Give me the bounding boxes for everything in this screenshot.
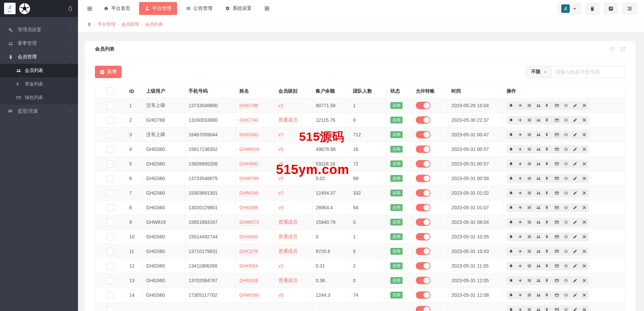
member-name-link[interactable]: GHH554	[239, 263, 258, 269]
op-recycle-button[interactable]	[562, 116, 570, 124]
op-plus-button[interactable]	[516, 218, 525, 227]
nav-announcement-admin[interactable]: 公告管理	[179, 0, 219, 17]
transfer-toggle[interactable]	[416, 175, 430, 182]
op-close-button[interactable]	[580, 262, 589, 270]
op-card-button[interactable]	[552, 262, 561, 270]
op-pencil-button[interactable]	[571, 116, 580, 124]
op-users-button[interactable]	[534, 306, 543, 311]
op-close-button[interactable]	[580, 291, 589, 299]
op-users-button[interactable]	[534, 291, 543, 299]
op-bell-button[interactable]	[507, 101, 515, 110]
fullscreen-icon[interactable]	[621, 47, 625, 52]
member-name-link[interactable]: GHM246	[239, 190, 258, 196]
member-name-link[interactable]: GHW168	[239, 292, 259, 298]
member-level-link[interactable]: 普通成员	[278, 277, 297, 284]
member-level-link[interactable]: v5	[278, 147, 284, 153]
row-checkbox[interactable]	[107, 117, 114, 124]
op-yen-button[interactable]: ¥	[543, 160, 552, 168]
row-checkbox[interactable]	[107, 160, 114, 168]
member-name-link[interactable]: GHW073	[239, 219, 259, 226]
op-bell-button[interactable]	[507, 262, 515, 270]
sidebar-item-member-list[interactable]: 会员列表	[0, 64, 78, 77]
op-yen-button[interactable]: ¥	[543, 174, 552, 183]
theme-logo-button[interactable]	[558, 3, 581, 15]
member-level-link[interactable]: 普通成员	[278, 219, 297, 225]
op-recycle-button[interactable]	[562, 174, 570, 183]
op-plus-button[interactable]	[516, 203, 525, 212]
op-bars-button[interactable]	[525, 218, 534, 227]
right-sidebar-toggle-button[interactable]	[623, 3, 637, 15]
transfer-toggle[interactable]	[416, 204, 430, 211]
transfer-toggle[interactable]	[416, 306, 430, 311]
op-bars-button[interactable]	[525, 247, 534, 256]
member-level-link[interactable]: v5	[278, 176, 284, 182]
op-recycle-button[interactable]	[562, 276, 570, 285]
op-yen-button[interactable]: ¥	[543, 116, 552, 124]
row-checkbox[interactable]	[107, 277, 114, 284]
op-bars-button[interactable]	[525, 189, 534, 197]
op-plus-button[interactable]	[516, 189, 525, 197]
op-close-button[interactable]	[580, 276, 589, 285]
op-yen-button[interactable]: ¥	[543, 262, 552, 270]
member-level-link[interactable]: 普通成员	[278, 248, 297, 254]
op-users-button[interactable]	[534, 145, 543, 154]
op-yen-button[interactable]: ¥	[543, 276, 552, 285]
op-bell-button[interactable]	[507, 116, 515, 124]
op-yen-button[interactable]: ¥	[543, 189, 552, 197]
transfer-toggle[interactable]	[416, 233, 430, 240]
op-close-button[interactable]	[580, 101, 589, 110]
op-bars-button[interactable]	[525, 306, 534, 311]
member-name-link[interactable]: GHW818	[239, 147, 259, 153]
op-pencil-button[interactable]	[571, 101, 580, 110]
transfer-toggle[interactable]	[416, 248, 430, 255]
transfer-toggle[interactable]	[416, 145, 430, 153]
op-bars-button[interactable]	[525, 262, 534, 270]
filter-dropdown[interactable]: 不限	[526, 66, 551, 78]
op-plus-button[interactable]	[516, 116, 525, 124]
op-close-button[interactable]	[580, 233, 589, 241]
op-plus-button[interactable]	[516, 291, 525, 299]
op-card-button[interactable]	[552, 291, 561, 299]
op-card-button[interactable]	[552, 189, 561, 197]
member-level-link[interactable]: 普通成员	[278, 234, 297, 240]
breadcrumb-platform-admin[interactable]: 平台管理	[98, 21, 115, 27]
op-users-button[interactable]	[534, 116, 543, 124]
op-recycle-button[interactable]	[562, 101, 570, 110]
op-recycle-button[interactable]	[562, 262, 570, 270]
member-name-link[interactable]: GHH000	[239, 161, 258, 167]
transfer-toggle[interactable]	[416, 262, 430, 270]
op-bell-button[interactable]	[507, 203, 515, 212]
row-checkbox[interactable]	[107, 204, 114, 211]
op-card-button[interactable]	[552, 116, 561, 124]
op-bell-button[interactable]	[507, 189, 515, 197]
external-link-button[interactable]	[604, 3, 618, 15]
op-card-button[interactable]	[552, 218, 561, 227]
op-yen-button[interactable]: ¥	[543, 306, 552, 311]
op-close-button[interactable]	[580, 306, 589, 311]
op-card-button[interactable]	[552, 233, 561, 241]
row-checkbox[interactable]	[107, 219, 114, 226]
member-name-link[interactable]: GHG560	[239, 132, 258, 138]
op-users-button[interactable]	[534, 233, 543, 241]
sidebar-item-member-management[interactable]: 会员管理	[0, 50, 78, 64]
op-pencil-button[interactable]	[571, 291, 580, 299]
op-bars-button[interactable]	[525, 174, 534, 183]
transfer-toggle[interactable]	[416, 189, 430, 197]
op-plus-button[interactable]	[516, 101, 525, 110]
op-bell-button[interactable]	[507, 160, 515, 168]
op-plus-button[interactable]	[516, 131, 525, 139]
op-close-button[interactable]	[580, 116, 589, 124]
transfer-toggle[interactable]	[416, 102, 430, 109]
breadcrumb-member-list[interactable]: 会员列表	[145, 21, 163, 27]
member-name-link[interactable]: GHO740	[239, 117, 258, 123]
row-checkbox[interactable]	[107, 292, 114, 299]
op-users-button[interactable]	[534, 247, 543, 256]
op-yen-button[interactable]: ¥	[543, 291, 552, 299]
member-name-link[interactable]: GHC376	[239, 249, 258, 255]
op-close-button[interactable]	[580, 174, 589, 183]
nav-system-settings[interactable]: 系统设置	[219, 0, 258, 17]
member-name-link[interactable]: GHG016	[239, 278, 258, 284]
op-bars-button[interactable]	[525, 145, 534, 154]
op-bars-button[interactable]	[525, 160, 534, 168]
op-close-button[interactable]	[580, 247, 589, 256]
